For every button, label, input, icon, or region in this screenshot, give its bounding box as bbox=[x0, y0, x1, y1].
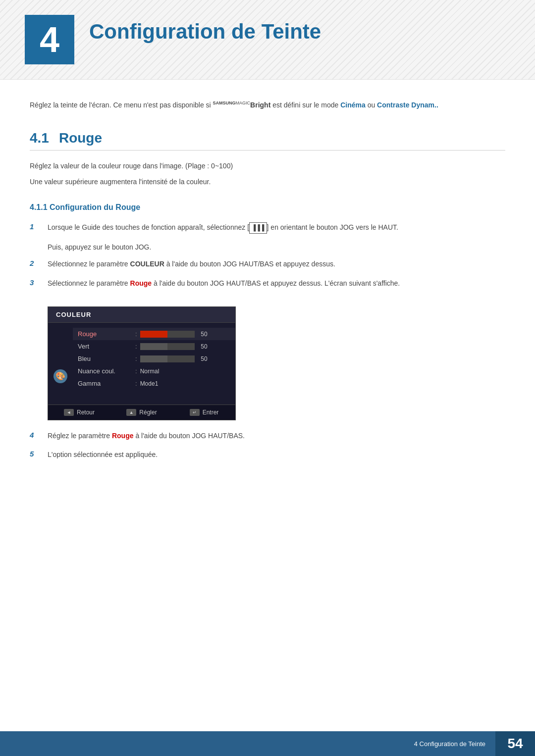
menu-icon-col: 🎨 bbox=[48, 328, 73, 400]
subsection-411: 4.1.1 Configuration du Rouge 1 Lorsque l… bbox=[30, 203, 505, 460]
step-number-4: 4 bbox=[30, 431, 40, 439]
retour-icon: ◄ bbox=[64, 409, 74, 416]
entrer-icon: ↵ bbox=[190, 409, 200, 416]
step-4: 4 Réglez le paramètre Rouge à l'aide du … bbox=[30, 430, 505, 441]
rouge-bar-container bbox=[140, 331, 195, 338]
section-title: Rouge bbox=[59, 130, 102, 146]
section-41-header: 4.1 Rouge bbox=[30, 130, 505, 151]
bleu-value: 50 bbox=[198, 355, 208, 362]
bleu-menu-label: Bleu bbox=[78, 355, 132, 362]
vert-bar-area: 50 bbox=[140, 343, 230, 350]
brand-samsung: SAMSUNG bbox=[213, 101, 236, 105]
menu-box: COULEUR 🎨 Rouge : bbox=[48, 306, 236, 420]
jog-icon: ▐▐▐ bbox=[249, 222, 267, 234]
rouge-label-3: Rouge bbox=[130, 279, 152, 287]
step-number-1: 1 bbox=[30, 222, 40, 231]
retour-label: Retour bbox=[77, 409, 95, 416]
footer-btn-entrer: ↵ Entrer bbox=[173, 409, 235, 416]
gamma-menu-label: Gamma bbox=[78, 380, 132, 387]
vert-value: 50 bbox=[198, 343, 208, 350]
page-footer: 4 Configuration de Teinte 54 bbox=[0, 731, 535, 756]
rouge-bar-area: 50 bbox=[140, 331, 230, 338]
gamma-value: Mode1 bbox=[140, 380, 159, 387]
color-wheel-icon: 🎨 bbox=[54, 369, 67, 383]
menu-item-bleu: Bleu : 50 bbox=[73, 353, 235, 365]
nuance-value: Normal bbox=[140, 368, 160, 375]
menu-item-rouge: Rouge : 50 bbox=[73, 328, 235, 340]
menu-footer: ◄ Retour ▲ Régler ↵ Entrer bbox=[48, 404, 235, 420]
step-5: 5 L'option sélectionnée est appliquée. bbox=[30, 449, 505, 460]
menu-items-col: Rouge : 50 bbox=[73, 328, 235, 400]
section-41: 4.1 Rouge Réglez la valeur de la couleur… bbox=[30, 130, 505, 460]
step-4-content: Réglez le paramètre Rouge à l'aide du bo… bbox=[48, 430, 505, 441]
subsection-title: 4.1.1 Configuration du Rouge bbox=[30, 203, 505, 212]
step-2-content: Sélectionnez le paramètre COULEUR à l'ai… bbox=[48, 258, 505, 269]
step-1-content: Lorsque le Guide des touches de fonction… bbox=[48, 222, 505, 234]
step-1-sub: Puis, appuyez sur le bouton JOG. bbox=[48, 242, 505, 252]
rouge-menu-label: Rouge bbox=[78, 330, 132, 338]
menu-body: 🎨 Rouge : 50 bbox=[48, 323, 235, 404]
footer-btn-retour: ◄ Retour bbox=[48, 409, 110, 416]
chapter-number: 4 bbox=[25, 15, 74, 64]
footer-page-box: 54 bbox=[495, 731, 535, 756]
rouge-value: 50 bbox=[198, 331, 208, 338]
step-number-5: 5 bbox=[30, 450, 40, 458]
step-2: 2 Sélectionnez le paramètre COULEUR à l'… bbox=[30, 258, 505, 269]
regler-icon: ▲ bbox=[126, 409, 136, 416]
vert-menu-label: Vert bbox=[78, 343, 132, 350]
footer-page-number: 54 bbox=[507, 736, 523, 752]
step-number-3: 3 bbox=[30, 278, 40, 287]
contraste-link: Contraste Dynam.. bbox=[377, 101, 438, 109]
brand-bright: Bright bbox=[250, 101, 270, 109]
menu-item-gamma: Gamma : Mode1 bbox=[73, 377, 235, 390]
menu-spacer bbox=[73, 390, 235, 400]
rouge-label-4: Rouge bbox=[112, 432, 134, 440]
main-content: Réglez la teinte de l'écran. Ce menu n'e… bbox=[0, 80, 535, 505]
nuance-menu-label: Nuance coul. bbox=[78, 367, 132, 375]
step-3-content: Sélectionnez le paramètre Rouge à l'aide… bbox=[48, 278, 505, 289]
chapter-title: Configuration de Teinte bbox=[89, 15, 321, 44]
bleu-bar-container bbox=[140, 355, 195, 362]
step-3: 3 Sélectionnez le paramètre Rouge à l'ai… bbox=[30, 278, 505, 289]
footer-btn-regler: ▲ Régler bbox=[110, 409, 173, 416]
entrer-label: Entrer bbox=[203, 409, 219, 416]
vert-bar-container bbox=[140, 343, 195, 350]
intro-paragraph: Réglez la teinte de l'écran. Ce menu n'e… bbox=[30, 100, 505, 110]
menu-screenshot: COULEUR 🎨 Rouge : bbox=[48, 306, 236, 420]
section-desc-1: Réglez la valeur de la couleur rouge dan… bbox=[30, 160, 505, 172]
bleu-bar-area: 50 bbox=[140, 355, 230, 362]
footer-text: 4 Configuration de Teinte bbox=[414, 740, 495, 748]
step-number-2: 2 bbox=[30, 259, 40, 267]
menu-item-vert: Vert : 50 bbox=[73, 340, 235, 353]
rouge-bar-fill bbox=[140, 331, 167, 338]
menu-item-nuance: Nuance coul. : Normal bbox=[73, 365, 235, 377]
cinema-link: Cinéma bbox=[340, 101, 366, 109]
couleur-label: COULEUR bbox=[130, 260, 164, 268]
chapter-header: 4 Configuration de Teinte bbox=[0, 0, 535, 80]
section-desc-2: Une valeur supérieure augmentera l'inten… bbox=[30, 176, 505, 188]
menu-header: COULEUR bbox=[48, 307, 235, 323]
vert-bar-fill bbox=[140, 343, 167, 350]
bleu-bar-fill bbox=[140, 355, 167, 362]
section-number: 4.1 bbox=[30, 130, 49, 146]
regler-label: Régler bbox=[139, 409, 157, 416]
brand-magic: MAGIC bbox=[236, 101, 251, 105]
step-5-content: L'option sélectionnée est appliquée. bbox=[48, 449, 505, 460]
step-1: 1 Lorsque le Guide des touches de foncti… bbox=[30, 222, 505, 234]
